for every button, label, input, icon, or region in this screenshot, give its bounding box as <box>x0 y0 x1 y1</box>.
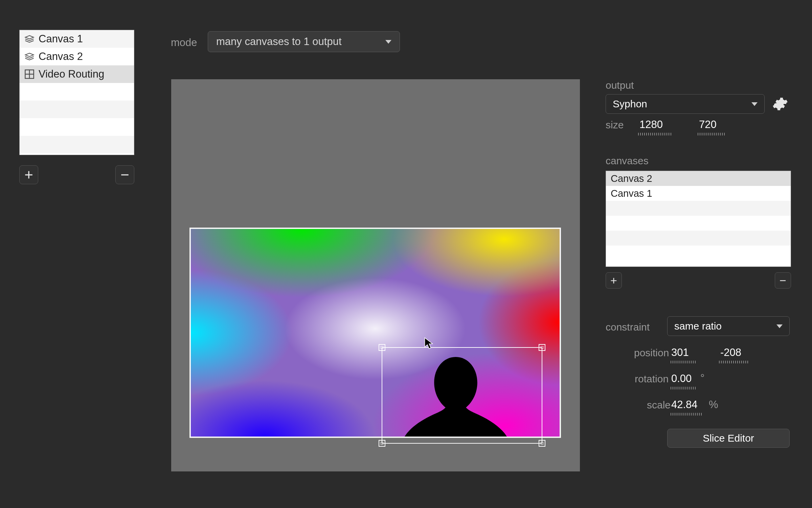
position-y-field[interactable]: -208 <box>720 346 741 359</box>
add-source-button[interactable]: + <box>19 165 38 184</box>
mode-label: mode <box>171 37 197 49</box>
remove-source-button[interactable]: − <box>115 165 134 184</box>
canvases-list-item[interactable]: Canvas 1 <box>606 186 791 201</box>
preview-viewport[interactable]: × <box>171 79 580 471</box>
list-blank-row <box>606 231 791 246</box>
source-list[interactable]: Canvas 1 Canvas 2 Video Routing <box>19 30 134 155</box>
plus-icon: + <box>24 167 33 182</box>
grid-icon <box>24 69 35 79</box>
canvases-list[interactable]: Canvas 2 Canvas 1 <box>606 171 791 267</box>
slice-editor-label: Slice Editor <box>703 432 754 444</box>
list-blank-row <box>20 118 134 136</box>
scrubber-ticks <box>698 133 725 135</box>
minus-icon: − <box>780 275 786 286</box>
source-list-item-label: Canvas 2 <box>39 50 83 63</box>
position-x-field[interactable]: 301 <box>671 346 689 359</box>
resize-handle-br[interactable] <box>539 440 545 447</box>
scale-label: scale <box>647 399 671 411</box>
plus-icon: + <box>610 275 617 286</box>
output-width-field[interactable]: 1280 <box>639 119 663 131</box>
resize-handle-tr[interactable] <box>539 344 545 351</box>
scrubber-ticks <box>719 361 748 363</box>
list-blank-row <box>20 101 134 118</box>
layers-icon <box>24 34 35 44</box>
add-canvas-button[interactable]: + <box>606 272 622 289</box>
output-destination-select[interactable]: Syphon <box>606 94 765 114</box>
rotation-unit: ° <box>700 372 704 384</box>
source-list-item-label: Video Routing <box>39 68 104 80</box>
canvases-list-item[interactable]: Canvas 2 <box>606 171 791 186</box>
scale-field[interactable]: 42.84 <box>671 399 698 411</box>
svg-marker-1 <box>25 53 34 57</box>
rotation-field[interactable]: 0.00 <box>671 373 692 385</box>
list-blank-row <box>20 136 134 153</box>
scrubber-ticks <box>671 361 696 363</box>
scrubber-ticks <box>671 387 697 389</box>
output-height-field[interactable]: 720 <box>699 119 717 131</box>
svg-marker-0 <box>25 36 34 39</box>
canvas-frame[interactable]: × <box>189 228 561 438</box>
scale-unit: % <box>709 399 718 411</box>
list-blank-row <box>606 246 791 260</box>
constraint-value: same ratio <box>674 320 722 332</box>
cursor-icon <box>424 337 433 350</box>
source-list-item-video-routing[interactable]: Video Routing <box>20 65 134 83</box>
mode-select-value: many canvases to 1 output <box>216 36 342 48</box>
app-root: Canvas 1 Canvas 2 Video Routing <box>0 0 812 508</box>
canvases-list-item-label: Canvas 2 <box>611 173 652 184</box>
list-blank-row <box>606 201 791 216</box>
slice-editor-button[interactable]: Slice Editor <box>667 429 790 448</box>
chevron-down-icon <box>751 102 758 106</box>
output-settings-button[interactable] <box>772 96 788 112</box>
source-list-item-canvas1[interactable]: Canvas 1 <box>20 30 134 48</box>
layers-icon <box>24 52 35 61</box>
constraint-label: constraint <box>606 321 650 333</box>
list-blank-row <box>20 83 134 101</box>
source-list-item-label: Canvas 1 <box>39 33 83 45</box>
size-label: size <box>606 119 624 131</box>
selection-rect[interactable]: × <box>382 347 542 444</box>
constraint-select[interactable]: same ratio <box>667 316 790 336</box>
source-list-item-canvas2[interactable]: Canvas 2 <box>20 48 134 65</box>
scrubber-ticks <box>671 413 702 416</box>
remove-canvas-button[interactable]: − <box>775 272 791 289</box>
chevron-down-icon <box>385 40 391 44</box>
list-blank-row <box>606 216 791 231</box>
mode-select[interactable]: many canvases to 1 output <box>208 31 400 52</box>
position-label: position <box>634 347 669 359</box>
scrubber-ticks <box>638 133 671 135</box>
canvases-list-item-label: Canvas 1 <box>611 188 652 199</box>
output-label: output <box>606 80 634 91</box>
chevron-down-icon <box>776 324 783 328</box>
minus-icon: − <box>120 167 129 182</box>
resize-handle-bl[interactable] <box>379 440 385 447</box>
rotation-label: rotation <box>635 373 669 385</box>
selection-center-marker: × <box>459 390 465 401</box>
output-destination-value: Syphon <box>613 98 647 110</box>
canvases-label: canvases <box>606 155 649 167</box>
resize-handle-tl[interactable] <box>379 344 385 351</box>
